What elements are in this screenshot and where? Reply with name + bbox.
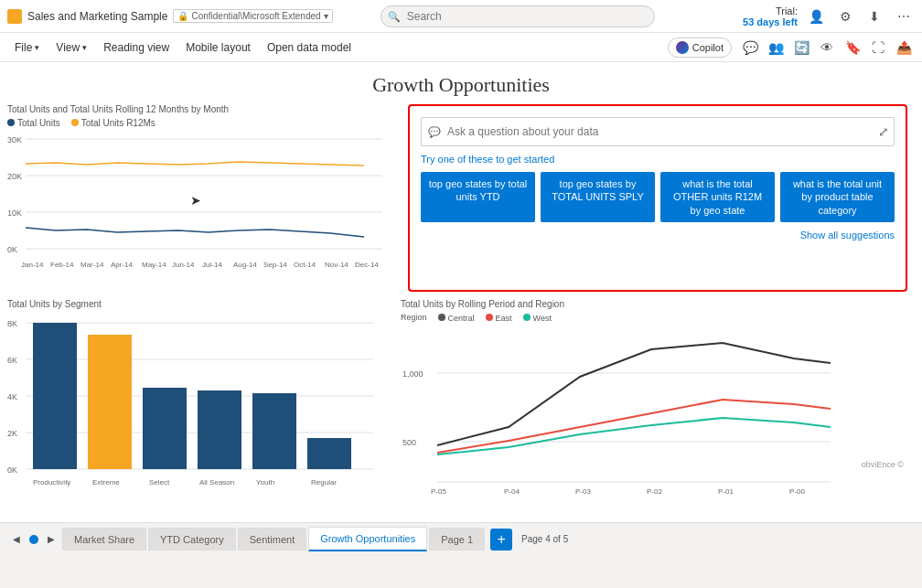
line-chart-top-left: 30K 20K 10K 0K ➤ Jan-14 [7,132,382,278]
svg-text:0K: 0K [7,465,17,475]
svg-text:➤: ➤ [190,193,201,208]
fullscreen-icon[interactable]: ⛶ [867,37,889,59]
qa-suggestion-3[interactable]: what is the total OTHER units R12M by ge… [660,172,775,222]
bottom-tabs: ◀ ▶ Market Share YTD Category Sentiment … [0,522,922,555]
svg-text:1,000: 1,000 [402,369,423,379]
svg-text:Sep-14: Sep-14 [263,261,287,269]
view-icon[interactable]: 👁 [816,37,838,59]
page-nav-left[interactable]: ◀ [7,530,26,549]
qa-suggestions: top geo states by total units YTD top ge… [421,172,895,222]
svg-text:Jul-14: Jul-14 [202,261,222,269]
legend-r12ms: Total Units R12Ms [71,118,155,128]
menu-file[interactable]: File ▾ [7,37,47,58]
obvi-watermark: obviEnce © [390,460,904,469]
bottom-right-chart-title: Total Units by Rolling Period and Region [401,299,915,309]
bookmark-icon[interactable]: 🔖 [842,37,863,59]
svg-rect-36 [307,438,351,469]
settings-icon[interactable]: ⚙ [834,5,856,27]
copilot-button[interactable]: Copilot [668,37,732,58]
svg-text:30K: 30K [7,135,22,144]
tab-growth-opportunities[interactable]: Growth Opportunities [308,527,427,551]
top-bar-right: Trial: 53 days left 👤 ⚙ ⬇ ⋯ [743,5,915,27]
svg-text:Oct-14: Oct-14 [294,261,316,269]
copilot-label: Copilot [692,42,724,53]
top-left-chart-area: Total Units and Total Units Rolling 12 M… [7,104,401,292]
confidentiality-badge[interactable]: 🔒 Confidential\Microsoft Extended ▾ [173,9,332,23]
qa-suggestion-1[interactable]: top geo states by total units YTD [421,172,535,222]
tab-sentiment[interactable]: Sentiment [238,528,307,551]
badge-label: Confidential\Microsoft Extended [191,11,320,21]
svg-text:0K: 0K [7,245,17,254]
qa-suggestion-4[interactable]: what is the total unit by product table … [780,172,895,222]
export-icon[interactable]: 📤 [893,37,915,59]
qa-suggestion-2[interactable]: top geo states by TOTAL UNITS SPLY [541,172,655,222]
svg-text:Mar-14: Mar-14 [80,261,104,269]
svg-text:20K: 20K [7,172,22,181]
bottom-left-chart-area: Total Units by Segment 8K 6K 4K 2K 0K [7,299,401,511]
svg-text:All Season: All Season [199,478,234,486]
svg-text:Jun-14: Jun-14 [172,261,195,269]
bottom-row: Total Units by Segment 8K 6K 4K 2K 0K [0,292,922,511]
qa-expand-icon[interactable]: ⤢ [878,124,889,139]
menu-view[interactable]: View ▾ [48,37,94,58]
toolbar-icons: 💬 👥 🔄 👁 🔖 ⛶ 📤 [739,37,915,59]
svg-text:Feb-14: Feb-14 [50,261,74,269]
svg-rect-31 [33,323,77,469]
tab-market-share[interactable]: Market Share [62,528,146,551]
main-content: Growth Opportunities Total Units and Tot… [0,62,922,555]
download-icon[interactable]: ⬇ [863,5,885,27]
share-icon[interactable]: 👥 [765,37,787,59]
svg-text:8K: 8K [7,319,17,328]
qa-show-all[interactable]: Show all suggestions [421,230,895,241]
bar-chart-segments: 8K 6K 4K 2K 0K [7,313,382,505]
badge-icon: 🔒 [177,11,188,21]
legend-region-label: Region [401,313,427,323]
svg-text:10K: 10K [7,208,22,218]
svg-text:May-14: May-14 [142,261,166,269]
bottom-right-chart-area: Total Units by Rolling Period and Region… [401,299,915,511]
menu-right-actions: Copilot 💬 👥 🔄 👁 🔖 ⛶ 📤 [668,37,915,59]
top-bar: Sales and Marketing Sample 🔒 Confidentia… [0,0,922,33]
report-title-area: Sales and Marketing Sample 🔒 Confidentia… [7,9,333,24]
svg-text:Nov-14: Nov-14 [325,261,348,269]
top-left-chart-title: Total Units and Total Units Rolling 12 M… [7,104,393,114]
page-count: Page 4 of 5 [521,534,568,544]
comment-icon[interactable]: 💬 [739,37,761,59]
svg-rect-33 [143,388,187,469]
file-caret: ▾ [35,43,39,52]
copilot-icon [676,41,689,54]
more-icon[interactable]: ⋯ [893,5,915,27]
menu-open-data-model[interactable]: Open data model [260,37,359,58]
line-chart-rolling-period: 1,000 500 P-05 P-04 P-03 P-02 P-01 P-00 [401,326,840,505]
svg-rect-35 [252,393,296,469]
menu-bar: File ▾ View ▾ Reading view Mobile layout… [0,33,922,62]
svg-text:Aug-14: Aug-14 [233,261,257,269]
tab-page-1[interactable]: Page 1 [429,528,485,551]
tab-ytd-category[interactable]: YTD Category [148,528,236,551]
svg-text:Dec-14: Dec-14 [355,261,379,269]
menu-mobile-layout[interactable]: Mobile layout [178,37,258,58]
top-left-chart-container: 30K 20K 10K 0K ➤ Jan-14 [7,132,393,281]
qa-panel: 💬 ⤢ Try one of these to get started top … [408,104,907,292]
page-indicator [29,535,38,544]
trial-info: Trial: 53 days left [743,5,798,27]
qa-search-input[interactable] [421,117,895,146]
badge-chevron: ▾ [324,11,328,21]
qa-input-container: 💬 ⤢ [421,117,895,146]
page-nav-right[interactable]: ▶ [42,530,60,549]
bottom-right-chart-legend: Region Central East West [401,313,915,323]
legend-west: West [523,313,552,323]
svg-text:P-04: P-04 [504,487,520,496]
svg-text:P-00: P-00 [789,487,805,496]
refresh-icon[interactable]: 🔄 [790,37,812,59]
svg-text:P-03: P-03 [575,487,591,496]
svg-text:Jan-14: Jan-14 [21,261,44,269]
qa-hint: Try one of these to get started [421,154,895,165]
menu-reading-view[interactable]: Reading view [96,37,177,58]
svg-text:Extreme: Extreme [92,478,120,486]
svg-text:2K: 2K [7,429,17,438]
tab-add-button[interactable]: + [490,529,512,551]
search-input[interactable] [381,5,655,27]
account-icon[interactable]: 👤 [805,5,827,27]
svg-text:P-01: P-01 [718,487,734,496]
